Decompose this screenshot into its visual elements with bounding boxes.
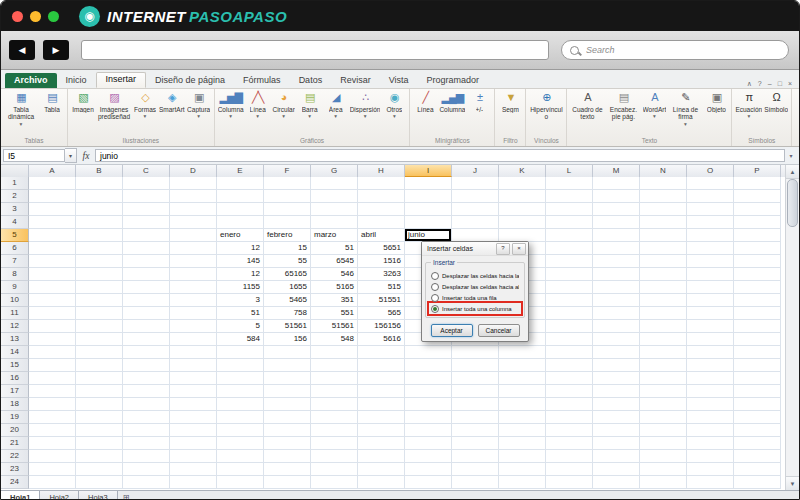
cell-n3[interactable] bbox=[640, 203, 687, 216]
dialog-option-desplazar-las-celdas-hacia-abajo[interactable]: Desplazar las celdas hacia abajo bbox=[429, 281, 521, 292]
cell-p19[interactable] bbox=[734, 411, 781, 424]
cell-f5[interactable]: febrero bbox=[264, 229, 311, 242]
cell-j19[interactable] bbox=[452, 411, 499, 424]
cell-b19[interactable] bbox=[76, 411, 123, 424]
cell-l17[interactable] bbox=[546, 385, 593, 398]
cell-d10[interactable] bbox=[170, 294, 217, 307]
cell-l18[interactable] bbox=[546, 398, 593, 411]
cell-c4[interactable] bbox=[123, 216, 170, 229]
ribbon-button-columna[interactable]: ▂▅▇Columna▾ bbox=[217, 90, 245, 119]
cell-k17[interactable] bbox=[499, 385, 546, 398]
restore-icon[interactable]: □ bbox=[778, 79, 782, 88]
cell-f10[interactable]: 5465 bbox=[264, 294, 311, 307]
cell-g13[interactable]: 548 bbox=[311, 333, 358, 346]
cell-c10[interactable] bbox=[123, 294, 170, 307]
cell-b21[interactable] bbox=[76, 437, 123, 450]
ribbon-tab-insertar[interactable]: Insertar bbox=[96, 72, 147, 88]
ribbon-button-segm[interactable]: ▼Segm bbox=[497, 90, 523, 113]
ribbon-button-linea[interactable]: ╱╲Línea▾ bbox=[245, 90, 271, 119]
cell-g17[interactable] bbox=[311, 385, 358, 398]
cell-o21[interactable] bbox=[687, 437, 734, 450]
column-header-d[interactable]: D bbox=[170, 165, 217, 177]
cell-p21[interactable] bbox=[734, 437, 781, 450]
cell-h14[interactable] bbox=[358, 346, 405, 359]
cell-i2[interactable] bbox=[405, 190, 452, 203]
cell-d1[interactable] bbox=[170, 177, 217, 190]
scrollbar-thumb[interactable] bbox=[787, 179, 798, 227]
cell-l6[interactable] bbox=[546, 242, 593, 255]
cell-n10[interactable] bbox=[640, 294, 687, 307]
cell-o5[interactable] bbox=[687, 229, 734, 242]
cell-l3[interactable] bbox=[546, 203, 593, 216]
cell-p5[interactable] bbox=[734, 229, 781, 242]
cell-f18[interactable] bbox=[264, 398, 311, 411]
row-header-14[interactable]: 14 bbox=[1, 346, 29, 359]
ribbon-button-columna[interactable]: ▂▄▆Columna bbox=[438, 90, 466, 113]
row-header-23[interactable]: 23 bbox=[1, 463, 29, 476]
cell-p11[interactable] bbox=[734, 307, 781, 320]
cell-d17[interactable] bbox=[170, 385, 217, 398]
cell-d13[interactable] bbox=[170, 333, 217, 346]
accept-button[interactable]: Aceptar bbox=[431, 324, 473, 337]
cell-p13[interactable] bbox=[734, 333, 781, 346]
row-header-8[interactable]: 8 bbox=[1, 268, 29, 281]
cell-j4[interactable] bbox=[452, 216, 499, 229]
cancel-button[interactable]: Cancelar bbox=[478, 324, 520, 337]
cell-o2[interactable] bbox=[687, 190, 734, 203]
cell-c3[interactable] bbox=[123, 203, 170, 216]
cell-b10[interactable] bbox=[76, 294, 123, 307]
cell-n4[interactable] bbox=[640, 216, 687, 229]
cell-l10[interactable] bbox=[546, 294, 593, 307]
cell-f23[interactable] bbox=[264, 463, 311, 476]
cell-g14[interactable] bbox=[311, 346, 358, 359]
column-header-e[interactable]: E bbox=[217, 165, 264, 177]
collapse-ribbon-icon[interactable]: ∧ bbox=[747, 79, 752, 88]
cell-k16[interactable] bbox=[499, 372, 546, 385]
cell-k14[interactable] bbox=[499, 346, 546, 359]
cell-i1[interactable] bbox=[405, 177, 452, 190]
cell-p6[interactable] bbox=[734, 242, 781, 255]
cell-m8[interactable] bbox=[593, 268, 640, 281]
cell-h9[interactable]: 515 bbox=[358, 281, 405, 294]
cell-c19[interactable] bbox=[123, 411, 170, 424]
cell-g16[interactable] bbox=[311, 372, 358, 385]
row-header-20[interactable]: 20 bbox=[1, 424, 29, 437]
cell-b5[interactable] bbox=[76, 229, 123, 242]
cell-m19[interactable] bbox=[593, 411, 640, 424]
cell-h1[interactable] bbox=[358, 177, 405, 190]
ribbon-button-hipervinculo[interactable]: ⊕Hipervínculo bbox=[528, 90, 564, 121]
cell-m11[interactable] bbox=[593, 307, 640, 320]
cell-b3[interactable] bbox=[76, 203, 123, 216]
cell-e23[interactable] bbox=[217, 463, 264, 476]
cell-o24[interactable] bbox=[687, 476, 734, 489]
cell-b6[interactable] bbox=[76, 242, 123, 255]
row-header-13[interactable]: 13 bbox=[1, 333, 29, 346]
ribbon-button-circular[interactable]: ◕Circular▾ bbox=[271, 90, 297, 119]
dialog-option-desplazar-las-celdas-hacia-la-derecha[interactable]: Desplazar las celdas hacia la derecha bbox=[429, 270, 521, 281]
cell-g10[interactable]: 351 bbox=[311, 294, 358, 307]
row-header-2[interactable]: 2 bbox=[1, 190, 29, 203]
cell-h3[interactable] bbox=[358, 203, 405, 216]
scroll-down-icon[interactable]: ▼ bbox=[786, 476, 799, 490]
cell-c8[interactable] bbox=[123, 268, 170, 281]
row-header-24[interactable]: 24 bbox=[1, 476, 29, 489]
cell-p16[interactable] bbox=[734, 372, 781, 385]
cell-d21[interactable] bbox=[170, 437, 217, 450]
cell-n17[interactable] bbox=[640, 385, 687, 398]
cell-c6[interactable] bbox=[123, 242, 170, 255]
cell-o16[interactable] bbox=[687, 372, 734, 385]
cell-o17[interactable] bbox=[687, 385, 734, 398]
cell-b23[interactable] bbox=[76, 463, 123, 476]
row-header-1[interactable]: 1 bbox=[1, 177, 29, 190]
cell-o4[interactable] bbox=[687, 216, 734, 229]
cell-m20[interactable] bbox=[593, 424, 640, 437]
cell-h2[interactable] bbox=[358, 190, 405, 203]
cell-p22[interactable] bbox=[734, 450, 781, 463]
cell-d15[interactable] bbox=[170, 359, 217, 372]
cell-i4[interactable] bbox=[405, 216, 452, 229]
cell-f20[interactable] bbox=[264, 424, 311, 437]
cell-n1[interactable] bbox=[640, 177, 687, 190]
ribbon-button-cuadro-de-texto[interactable]: ACuadro de texto bbox=[569, 90, 605, 121]
cell-e19[interactable] bbox=[217, 411, 264, 424]
cell-p20[interactable] bbox=[734, 424, 781, 437]
